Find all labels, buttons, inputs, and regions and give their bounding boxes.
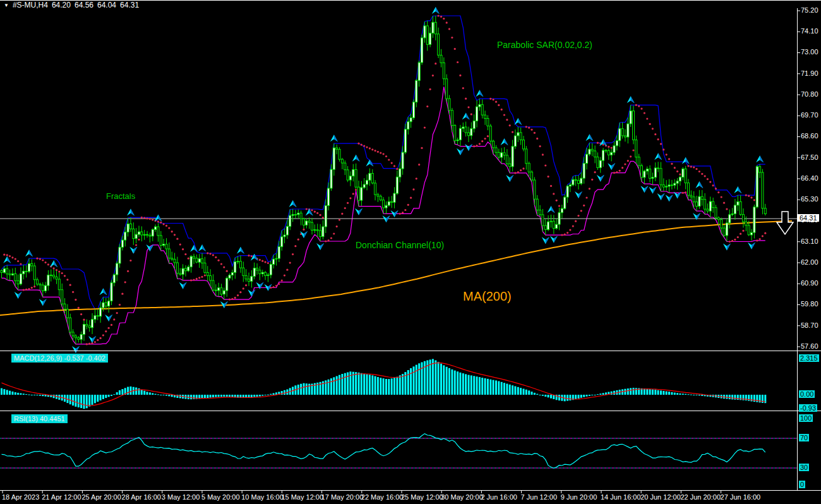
axis-tick-marks (3, 11, 800, 493)
price-tick-label: 58.70 (801, 321, 818, 329)
rsi-level-label: 30 (799, 464, 809, 471)
time-axis-label: 10 May 16:00 (241, 493, 284, 501)
symbol-dropdown-icon[interactable]: ▼ (4, 3, 9, 8)
down-arrow-object[interactable] (777, 212, 793, 234)
time-axis-label: 17 May 20:00 (321, 493, 364, 501)
donchian-channel (2, 16, 765, 344)
time-axis-label: 5 May 20:00 (201, 493, 240, 501)
macd-histogram (1, 359, 766, 409)
price-tick-label: 69.70 (801, 111, 818, 119)
time-axis-label: 20 Jun 12:00 (640, 493, 681, 501)
time-axis-label: 22 May 16:00 (361, 493, 404, 501)
time-axis-label: 9 Jun 20:00 (561, 493, 597, 501)
price-tick-label: 66.40 (801, 174, 818, 182)
time-axis-label: 14 Jun 16:00 (601, 493, 641, 501)
price-tick-label: 65.30 (801, 195, 818, 203)
time-axis-label: 25 May 12:00 (401, 493, 443, 501)
price-tick-label: 74.10 (801, 27, 818, 35)
donchian-channel-label: Donchian Channel(10) (356, 240, 444, 250)
price-tick-label: 63.10 (801, 237, 818, 245)
rsi-level-label: 0 (799, 481, 805, 488)
ohlc-open: 64.20 (52, 1, 71, 9)
price-tick-label: 75.20 (801, 6, 818, 14)
macd-min-label: -0.93 (799, 404, 817, 412)
chart-window: 75.2074.1073.0071.9070.8069.7068.6067.50… (0, 0, 821, 504)
chart-title: #S-MU,H4 (13, 1, 48, 9)
price-tick-label: 67.50 (801, 153, 818, 161)
time-axis-label: 18 Apr 2023 (2, 493, 39, 501)
title-bar: ▼ #S-MU,H4 64.20 64.56 64.04 64.31 (4, 1, 139, 9)
time-axis-label: 25 Apr 20:00 (81, 493, 121, 501)
time-axis-label: 2 Jun 16:00 (481, 493, 517, 501)
fractals-label: Fractals (106, 191, 135, 201)
candlesticks (1, 16, 766, 344)
parabolic-sar-label: Parabolic SAR(0.02,0.2) (497, 40, 592, 50)
price-tick-label: 70.80 (801, 90, 818, 98)
time-axis-label: 7 Jun 12:00 (521, 493, 558, 501)
macd-max-label: 2.315 (799, 354, 819, 362)
macd-indicator-label: MACD(12,26,9) -0.537 -0.402 (11, 354, 108, 363)
time-axis-label: 30 May 20:00 (441, 493, 483, 501)
rsi-indicator-label: RSI(13) 40.4451 (11, 414, 68, 423)
price-tick-label: 68.60 (801, 132, 818, 140)
price-tick-label: 71.90 (801, 69, 818, 77)
current-price-label: 64.31 (798, 214, 819, 222)
time-axis-label: 21 Apr 12:00 (42, 493, 81, 501)
chart-canvas[interactable] (0, 0, 821, 504)
ma200-label: MA(200) (463, 289, 512, 304)
ohlc-close: 64.31 (120, 1, 139, 9)
time-axis-label: 15 May 12:00 (281, 493, 323, 501)
time-axis-label: 27 Jun 16:00 (721, 493, 761, 501)
price-tick-label: 62.00 (801, 258, 818, 266)
time-axis-label: 3 May 12:00 (162, 493, 200, 501)
rsi-level-label: 70 (799, 434, 809, 441)
time-axis-label: 28 Apr 16:00 (122, 493, 161, 501)
rsi-level-label: 100 (799, 414, 813, 422)
rsi-line (2, 434, 765, 469)
macd-zero-label: 0.00 (799, 390, 815, 398)
ohlc-high: 64.56 (75, 1, 93, 9)
parabolic-sar-dots (3, 15, 766, 345)
ma200-line (0, 221, 792, 315)
price-tick-label: 60.90 (801, 279, 818, 287)
fractal-arrows (3, 7, 764, 353)
time-axis-label: 22 Jun 20:00 (680, 493, 721, 501)
price-tick-label: 73.00 (801, 48, 818, 56)
ohlc-low: 64.04 (97, 1, 116, 9)
price-tick-label: 57.60 (801, 342, 818, 350)
price-tick-label: 59.80 (801, 300, 818, 308)
